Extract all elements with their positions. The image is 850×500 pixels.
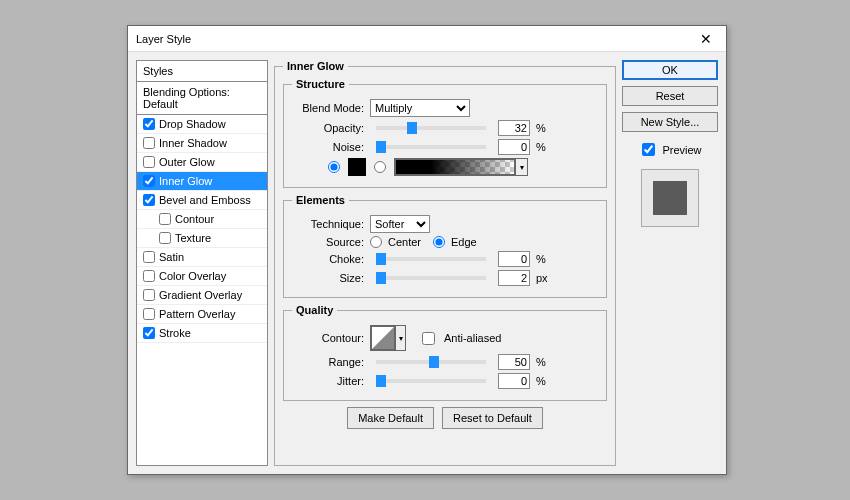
jitter-input[interactable] [498, 373, 530, 389]
style-label: Drop Shadow [159, 118, 226, 130]
opacity-unit: % [536, 122, 554, 134]
source-center-radio[interactable] [370, 236, 382, 248]
style-item-inner-glow[interactable]: Inner Glow [137, 172, 267, 191]
style-item-color-overlay[interactable]: Color Overlay [137, 267, 267, 286]
range-slider[interactable] [376, 360, 486, 364]
style-label: Inner Glow [159, 175, 212, 187]
panel-title: Inner Glow [283, 60, 348, 72]
style-label: Satin [159, 251, 184, 263]
jitter-slider[interactable] [376, 379, 486, 383]
style-item-bevel-and-emboss[interactable]: Bevel and Emboss [137, 191, 267, 210]
elements-legend: Elements [292, 194, 349, 206]
choke-label: Choke: [292, 253, 364, 265]
structure-legend: Structure [292, 78, 349, 90]
jitter-label: Jitter: [292, 375, 364, 387]
range-unit: % [536, 356, 554, 368]
quality-group: Quality Contour: ▾ Anti-aliased Range: % [283, 304, 607, 401]
style-label: Bevel and Emboss [159, 194, 251, 206]
choke-unit: % [536, 253, 554, 265]
style-label: Pattern Overlay [159, 308, 235, 320]
blend-mode-label: Blend Mode: [292, 102, 364, 114]
style-checkbox[interactable] [143, 270, 155, 282]
style-item-contour[interactable]: Contour [137, 210, 267, 229]
styles-header[interactable]: Styles [137, 61, 267, 82]
choke-input[interactable] [498, 251, 530, 267]
color-radio[interactable] [328, 161, 340, 173]
style-item-stroke[interactable]: Stroke [137, 324, 267, 343]
new-style-button[interactable]: New Style... [622, 112, 718, 132]
style-label: Color Overlay [159, 270, 226, 282]
titlebar: Layer Style ✕ [128, 26, 726, 52]
style-label: Outer Glow [159, 156, 215, 168]
ok-button[interactable]: OK [622, 60, 718, 80]
style-checkbox[interactable] [143, 289, 155, 301]
source-edge-radio[interactable] [433, 236, 445, 248]
window-title: Layer Style [136, 33, 191, 45]
style-checkbox[interactable] [143, 175, 155, 187]
preview-label: Preview [662, 144, 701, 156]
opacity-input[interactable] [498, 120, 530, 136]
style-checkbox[interactable] [143, 251, 155, 263]
blend-mode-select[interactable]: Multiply [370, 99, 470, 117]
gradient-picker[interactable]: ▾ [394, 158, 528, 176]
opacity-label: Opacity: [292, 122, 364, 134]
size-label: Size: [292, 272, 364, 284]
style-item-gradient-overlay[interactable]: Gradient Overlay [137, 286, 267, 305]
size-input[interactable] [498, 270, 530, 286]
antialiased-checkbox[interactable] [422, 332, 435, 345]
noise-unit: % [536, 141, 554, 153]
preview-checkbox[interactable] [642, 143, 655, 156]
side-buttons: OK Reset New Style... Preview [622, 60, 718, 466]
style-checkbox[interactable] [143, 308, 155, 320]
style-checkbox[interactable] [143, 327, 155, 339]
technique-label: Technique: [292, 218, 364, 230]
choke-slider[interactable] [376, 257, 486, 261]
technique-select[interactable]: Softer [370, 215, 430, 233]
style-item-outer-glow[interactable]: Outer Glow [137, 153, 267, 172]
inner-glow-panel: Inner Glow Structure Blend Mode: Multipl… [274, 60, 616, 466]
elements-group: Elements Technique: Softer Source: Cente… [283, 194, 607, 298]
range-label: Range: [292, 356, 364, 368]
style-checkbox[interactable] [143, 156, 155, 168]
style-item-satin[interactable]: Satin [137, 248, 267, 267]
style-label: Contour [175, 213, 214, 225]
reset-default-button[interactable]: Reset to Default [442, 407, 543, 429]
contour-label: Contour: [292, 332, 364, 344]
style-item-inner-shadow[interactable]: Inner Shadow [137, 134, 267, 153]
style-item-texture[interactable]: Texture [137, 229, 267, 248]
styles-list: Styles Blending Options: Default Drop Sh… [136, 60, 268, 466]
source-label: Source: [292, 236, 364, 248]
gradient-radio[interactable] [374, 161, 386, 173]
style-item-pattern-overlay[interactable]: Pattern Overlay [137, 305, 267, 324]
size-slider[interactable] [376, 276, 486, 280]
style-checkbox[interactable] [159, 213, 171, 225]
structure-group: Structure Blend Mode: Multiply Opacity: … [283, 78, 607, 188]
style-checkbox[interactable] [159, 232, 171, 244]
noise-slider[interactable] [376, 145, 486, 149]
style-label: Inner Shadow [159, 137, 227, 149]
antialiased-label: Anti-aliased [444, 332, 501, 344]
style-label: Stroke [159, 327, 191, 339]
make-default-button[interactable]: Make Default [347, 407, 434, 429]
preview-swatch [641, 169, 699, 227]
reset-button[interactable]: Reset [622, 86, 718, 106]
noise-input[interactable] [498, 139, 530, 155]
quality-legend: Quality [292, 304, 337, 316]
contour-picker[interactable]: ▾ [370, 325, 406, 351]
style-label: Texture [175, 232, 211, 244]
style-checkbox[interactable] [143, 137, 155, 149]
style-checkbox[interactable] [143, 118, 155, 130]
noise-label: Noise: [292, 141, 364, 153]
source-center-label: Center [388, 236, 421, 248]
style-item-drop-shadow[interactable]: Drop Shadow [137, 115, 267, 134]
size-unit: px [536, 272, 554, 284]
close-button[interactable]: ✕ [686, 26, 726, 52]
color-swatch[interactable] [348, 158, 366, 176]
range-input[interactable] [498, 354, 530, 370]
blending-options[interactable]: Blending Options: Default [137, 82, 267, 115]
layer-style-dialog: Layer Style ✕ Styles Blending Options: D… [127, 25, 727, 475]
style-checkbox[interactable] [143, 194, 155, 206]
opacity-slider[interactable] [376, 126, 486, 130]
jitter-unit: % [536, 375, 554, 387]
source-edge-label: Edge [451, 236, 477, 248]
